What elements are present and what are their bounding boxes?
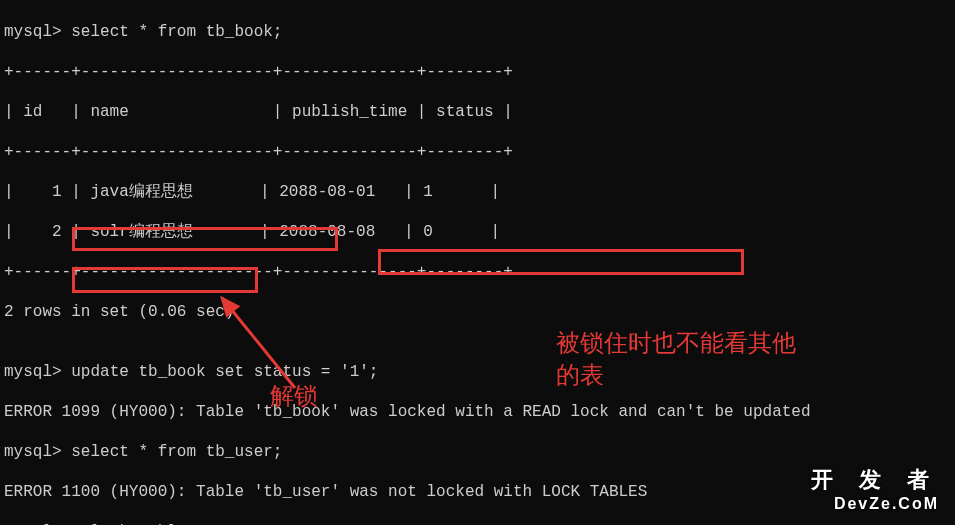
prompt-line[interactable]: mysql> select * from tb_book; — [4, 22, 951, 42]
watermark-bottom: DevZe.CoM — [811, 495, 939, 513]
sql-command: select * from tb_book; — [71, 23, 282, 41]
table-row: | 1 | java编程思想 | 2088-08-01 | 1 | — [4, 182, 951, 202]
watermark-top: 开 发 者 — [811, 465, 939, 495]
error-message: ERROR 1099 (HY000): Table 'tb_book' was … — [4, 402, 951, 422]
table-border: +------+--------------------+-----------… — [4, 62, 951, 82]
prompt: mysql> — [4, 23, 71, 41]
prompt: mysql> — [4, 363, 71, 381]
sql-command: update tb_book set status = '1'; — [71, 363, 378, 381]
result-footer: 2 rows in set (0.06 sec) — [4, 302, 951, 322]
table-row: | 2 | solr编程思想 | 2088-08-08 | 0 | — [4, 222, 951, 242]
watermark: 开 发 者 DevZe.CoM — [811, 465, 939, 513]
sql-command: select * from tb_user; — [71, 443, 282, 461]
error-message: ERROR 1100 (HY000): Table 'tb_user' was … — [4, 482, 951, 502]
terminal-output: mysql> select * from tb_book; +------+--… — [0, 0, 955, 525]
table-border: +------+--------------------+-----------… — [4, 262, 951, 282]
table-border: +------+--------------------+-----------… — [4, 142, 951, 162]
prompt-line[interactable]: mysql> update tb_book set status = '1'; — [4, 362, 951, 382]
prompt: mysql> — [4, 443, 71, 461]
table-header: | id | name | publish_time | status | — [4, 102, 951, 122]
prompt-line[interactable]: mysql> select * from tb_user; — [4, 442, 951, 462]
